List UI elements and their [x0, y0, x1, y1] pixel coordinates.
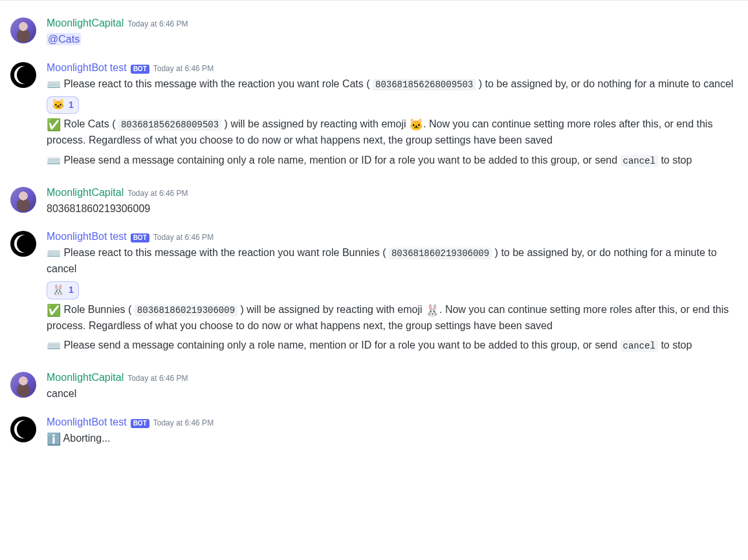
message-header: MoonlightBot test BOT Today at 6:46 PM: [47, 61, 738, 75]
chat-message-list: MoonlightCapital Today at 6:46 PM @Cats …: [0, 0, 748, 461]
text: Please react to this message with the re…: [61, 247, 389, 258]
bot-tag: BOT: [131, 65, 149, 74]
username[interactable]: MoonlightCapital: [47, 16, 124, 30]
message-body: 803681860219306009: [47, 201, 738, 217]
timestamp: Today at 6:46 PM: [127, 19, 188, 30]
chat-message: MoonlightCapital Today at 6:46 PM 803681…: [0, 180, 748, 219]
text: Please send a message containing only a …: [61, 339, 621, 350]
cat-icon: 🐱: [52, 100, 65, 110]
message-header: MoonlightBot test BOT Today at 6:46 PM: [47, 230, 738, 244]
message-body: cancel: [47, 386, 738, 402]
username[interactable]: MoonlightCapital: [47, 371, 124, 385]
check-icon: ✅: [47, 305, 61, 316]
bot-tag: BOT: [131, 419, 149, 428]
message-header: MoonlightCapital Today at 6:46 PM: [47, 186, 738, 200]
cat-icon: 🐱: [409, 119, 423, 131]
reaction-bar: 🐱 1: [47, 96, 738, 114]
message-body: ⌨️ Please react to this message with the…: [47, 76, 738, 169]
text: Role Cats (: [61, 118, 118, 129]
inline-code: cancel: [621, 340, 658, 352]
inline-code: 803681860219306009: [135, 305, 237, 316]
text: to stop: [658, 155, 692, 166]
role-mention[interactable]: @Cats: [47, 33, 81, 45]
reaction-count: 1: [69, 283, 74, 297]
text: ) will be assigned by reacting with emoj…: [221, 118, 409, 129]
text: Aborting...: [61, 433, 111, 444]
avatar[interactable]: [10, 187, 36, 213]
info-icon: ℹ️: [47, 433, 61, 445]
text: cancel: [47, 388, 76, 399]
message-content: MoonlightBot test BOT Today at 6:46 PM ⌨…: [47, 230, 738, 358]
avatar[interactable]: [10, 372, 36, 398]
message-content: MoonlightCapital Today at 6:46 PM @Cats: [47, 16, 738, 48]
message-content: MoonlightCapital Today at 6:46 PM 803681…: [47, 186, 738, 217]
username[interactable]: MoonlightBot test: [47, 230, 127, 244]
username[interactable]: MoonlightBot test: [47, 415, 127, 429]
text: Role Bunnies (: [61, 304, 135, 315]
text: Please react to this message with the re…: [61, 78, 373, 89]
avatar[interactable]: [10, 62, 36, 88]
keyboard-icon: ⌨️: [47, 340, 61, 352]
keyboard-icon: ⌨️: [47, 248, 61, 259]
chat-message: MoonlightBot test BOT Today at 6:46 PM ⌨…: [0, 56, 748, 174]
message-body: @Cats: [47, 32, 738, 48]
message-content: MoonlightCapital Today at 6:46 PM cancel: [47, 371, 738, 402]
avatar[interactable]: [10, 17, 36, 43]
reaction-pill[interactable]: 🐱 1: [47, 96, 79, 114]
message-header: MoonlightCapital Today at 6:46 PM: [47, 371, 738, 385]
bot-tag: BOT: [131, 233, 149, 242]
bunny-icon: 🐰: [52, 285, 65, 296]
reaction-count: 1: [69, 98, 74, 113]
chat-message: MoonlightCapital Today at 6:46 PM cancel: [0, 365, 748, 404]
reaction-pill[interactable]: 🐰 1: [47, 281, 79, 299]
chat-message: MoonlightCapital Today at 6:46 PM @Cats: [0, 11, 748, 49]
message-header: MoonlightCapital Today at 6:46 PM: [47, 16, 738, 30]
timestamp: Today at 6:46 PM: [127, 373, 188, 384]
inline-code: cancel: [621, 155, 658, 167]
keyboard-icon: ⌨️: [47, 155, 61, 167]
avatar[interactable]: [10, 416, 36, 442]
text: ) to be assigned by, or do nothing for a…: [476, 78, 733, 89]
message-body: ⌨️ Please react to this message with the…: [47, 245, 738, 354]
timestamp: Today at 6:46 PM: [127, 188, 188, 199]
check-icon: ✅: [47, 119, 61, 131]
inline-code: 803681856268009503: [118, 119, 221, 131]
text: to stop: [658, 339, 692, 350]
inline-code: 803681856268009503: [373, 79, 476, 91]
inline-code: 803681860219306009: [389, 248, 492, 259]
chat-message: MoonlightBot test BOT Today at 6:46 PM ℹ…: [0, 410, 748, 448]
timestamp: Today at 6:46 PM: [153, 232, 214, 243]
avatar[interactable]: [10, 231, 36, 257]
message-content: MoonlightBot test BOT Today at 6:46 PM ⌨…: [47, 61, 738, 173]
username[interactable]: MoonlightCapital: [47, 186, 124, 200]
timestamp: Today at 6:46 PM: [153, 418, 214, 429]
message-header: MoonlightBot test BOT Today at 6:46 PM: [47, 415, 738, 429]
chat-message: MoonlightBot test BOT Today at 6:46 PM ⌨…: [0, 224, 748, 359]
timestamp: Today at 6:46 PM: [153, 63, 214, 74]
keyboard-icon: ⌨️: [47, 79, 61, 91]
text: 803681860219306009: [47, 203, 150, 214]
bunny-icon: 🐰: [425, 305, 439, 316]
reaction-bar: 🐰 1: [47, 281, 738, 299]
username[interactable]: MoonlightBot test: [47, 61, 127, 75]
text: ) will be assigned by reacting with emoj…: [237, 304, 425, 315]
message-content: MoonlightBot test BOT Today at 6:46 PM ℹ…: [47, 415, 738, 447]
message-body: ℹ️ Aborting...: [47, 431, 738, 447]
text: Please send a message containing only a …: [61, 155, 621, 166]
